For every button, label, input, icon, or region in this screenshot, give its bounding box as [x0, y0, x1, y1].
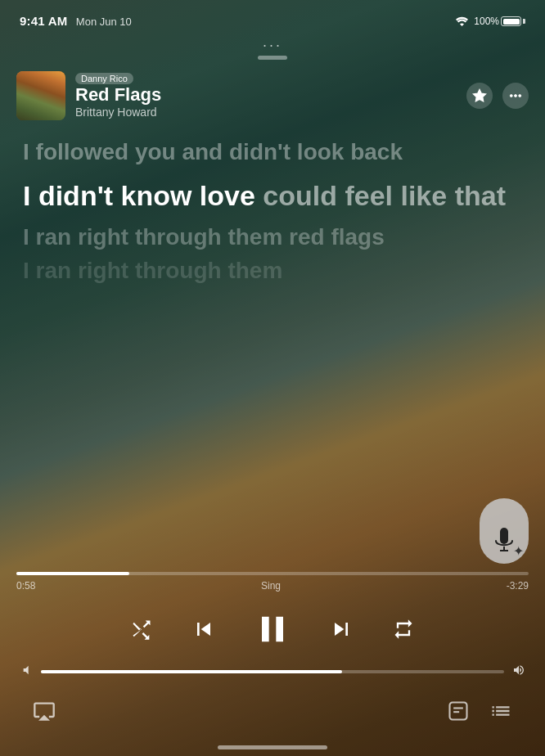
album-art	[16, 71, 65, 120]
status-time: 9:41 AM	[20, 14, 67, 28]
track-user-row: Danny Rico	[75, 73, 161, 84]
svg-point-1	[515, 95, 517, 97]
wifi-icon	[455, 16, 469, 27]
more-dots: ···	[263, 38, 282, 52]
track-artist: Brittany Howard	[75, 106, 161, 119]
time-remaining: -3:29	[507, 580, 529, 592]
more-button[interactable]	[502, 83, 529, 109]
svg-point-0	[510, 95, 512, 97]
playback-controls	[0, 595, 545, 660]
progress-times: 0:58 Sing -3:29	[16, 580, 529, 592]
sparkle-icon: ✦	[513, 543, 524, 559]
time-elapsed: 0:58	[16, 580, 35, 592]
volume-high-icon	[512, 664, 525, 680]
lyric-highlight: I didn't know love	[23, 180, 263, 211]
mic-toggle-button[interactable]: ✦	[480, 498, 529, 564]
progress-area: 0:58 Sing -3:29	[0, 572, 545, 595]
drag-handle[interactable]	[258, 56, 287, 60]
volume-slider[interactable]	[41, 670, 504, 673]
next-button[interactable]	[325, 613, 358, 646]
sing-label: Sing	[261, 580, 281, 592]
status-bar: 9:41 AM Mon Jun 10 100%	[0, 0, 545, 36]
lyric-line-3: I ran right through them red flags	[23, 222, 522, 253]
status-date: Mon Jun 10	[76, 16, 132, 28]
svg-rect-3	[500, 528, 508, 544]
track-title: Red Flags	[75, 85, 161, 105]
right-actions	[444, 696, 516, 726]
home-bar	[218, 745, 327, 749]
lyric-line-1: I followed you and didn't look back	[23, 137, 522, 168]
svg-rect-6	[450, 703, 467, 720]
queue-button[interactable]	[486, 696, 516, 726]
shuffle-button[interactable]	[125, 613, 158, 646]
track-details: Danny Rico Red Flags Brittany Howard	[75, 73, 161, 119]
volume-area	[0, 660, 545, 690]
star-button[interactable]	[466, 83, 493, 109]
svg-point-2	[519, 95, 521, 97]
album-info: Danny Rico Red Flags Brittany Howard	[16, 71, 161, 120]
status-time-date: 9:41 AM Mon Jun 10	[20, 14, 132, 29]
progress-fill	[16, 572, 129, 575]
repeat-button[interactable]	[387, 613, 420, 646]
lyric-line-2-active: I didn't know love could feel like that	[23, 178, 522, 215]
user-badge: Danny Rico	[75, 73, 133, 84]
airplay-button[interactable]	[29, 696, 59, 726]
top-handle-area: ···	[0, 36, 545, 63]
previous-button[interactable]	[187, 613, 220, 646]
lyrics-area: I followed you and didn't look back I di…	[0, 128, 545, 572]
lyric-dim: could feel like that	[263, 180, 506, 211]
now-playing-header: Danny Rico Red Flags Brittany Howard	[0, 63, 545, 128]
volume-fill	[41, 670, 342, 673]
bottom-bar	[0, 690, 545, 745]
lyrics-button[interactable]	[444, 696, 473, 726]
lyric-line-4: I ran right through them	[23, 255, 522, 286]
volume-low-icon	[20, 664, 33, 680]
header-actions	[466, 83, 529, 109]
home-indicator	[0, 745, 545, 756]
progress-bar[interactable]	[16, 572, 529, 575]
battery-indicator: 100%	[474, 16, 525, 27]
play-pause-button[interactable]	[250, 606, 295, 652]
status-right-icons: 100%	[455, 16, 525, 27]
